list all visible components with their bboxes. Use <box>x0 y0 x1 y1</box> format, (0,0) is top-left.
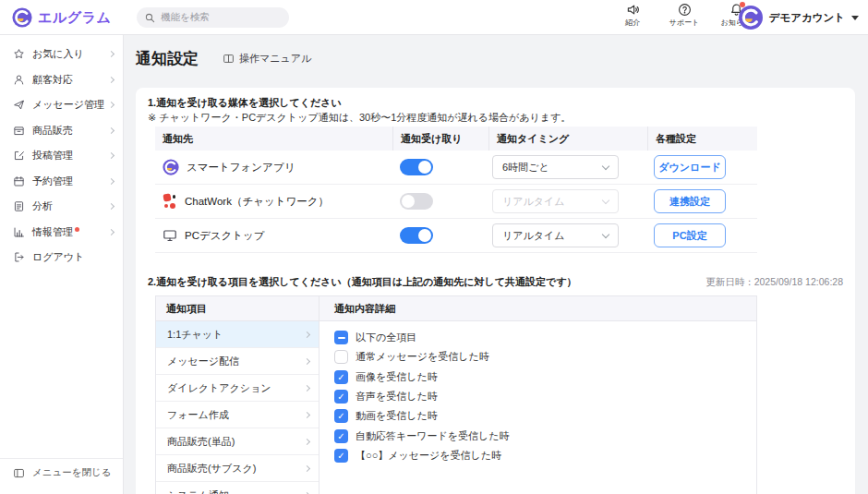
chevron-right-icon <box>108 77 115 83</box>
audio-checkbox[interactable] <box>334 390 348 404</box>
desktop-toggle[interactable] <box>400 227 433 244</box>
calendar-icon <box>13 175 25 187</box>
settings-card: 1.通知を受け取る媒体を選択してください ※ チャットワーク・PCデスクトップ通… <box>136 88 855 494</box>
sidebar-item-label: メッセージ管理 <box>32 98 109 112</box>
list-item-label: 商品販売(サブスク) <box>167 462 305 476</box>
brand-logo[interactable]: エルグラム <box>12 0 111 35</box>
list-item-system-notification[interactable]: システム通知 <box>156 482 319 494</box>
chatwork-icon <box>163 194 177 209</box>
sidebar-item-logout[interactable]: ログアウト <box>0 245 123 271</box>
chevron-down-icon <box>602 162 609 169</box>
chevron-right-icon <box>108 178 115 185</box>
search-input[interactable]: 機能を検索 <box>137 7 289 28</box>
edit-icon <box>13 150 25 162</box>
list-item-form-creation[interactable]: フォーム作成 <box>156 402 319 428</box>
destination-table-header: 通知先 通知受け取り 通知タイミング 各種設定 <box>155 127 757 151</box>
chevron-right-icon <box>108 51 115 57</box>
megaphone-icon <box>626 3 640 17</box>
sidebar-item-label: ログアウト <box>32 250 114 264</box>
checkbox-row-audio: 音声を受信した時 <box>334 387 756 406</box>
search-placeholder: 機能を検索 <box>161 11 210 24</box>
checkbox-row-video: 動画を受信した時 <box>334 406 756 426</box>
sidebar-item-label: お気に入り <box>32 47 109 61</box>
shop-icon <box>13 125 25 137</box>
desktop-timing-select[interactable]: リアルタイム <box>492 223 619 247</box>
video-checkbox[interactable] <box>334 409 348 423</box>
destination-label: PCデスクトップ <box>185 229 265 243</box>
sidebar-item-posts[interactable]: 投稿管理 <box>0 143 123 169</box>
all-items-checkbox[interactable] <box>334 331 348 344</box>
section2-heading: 2.通知を受け取る項目を選択してください（通知項目は上記の通知先に対して共通設定… <box>148 275 577 289</box>
desktop-icon <box>163 228 177 243</box>
sidebar-item-reservations[interactable]: 予約管理 <box>0 169 123 195</box>
list-item-sales-single[interactable]: 商品販売(単品) <box>156 428 319 455</box>
checkbox-row-template-message: 【○○】メッセージを受信した時 <box>334 446 756 465</box>
list-item-label: システム通知 <box>167 488 305 494</box>
elgram-logo-icon <box>12 7 32 28</box>
smartphone-toggle[interactable] <box>400 159 433 175</box>
support-button[interactable]: サポート <box>665 3 704 28</box>
document-icon <box>13 200 25 212</box>
manual-link-label: 操作マニュアル <box>239 52 311 66</box>
sidebar-item-label: 顧客対応 <box>32 73 109 87</box>
chevron-right-icon <box>304 331 310 337</box>
pc-settings-button[interactable]: PC設定 <box>654 223 726 247</box>
section1-heading: 1.通知を受け取る媒体を選択してください <box>148 96 342 110</box>
account-menu[interactable]: デモアカウント <box>739 6 859 30</box>
support-label: サポート <box>669 18 700 28</box>
chevron-right-icon <box>304 384 310 391</box>
col-timing: 通知タイミング <box>488 127 647 151</box>
chevron-right-icon <box>304 464 310 471</box>
smartphone-timing-select[interactable]: 6時間ごと <box>492 155 619 179</box>
notification-items-table: 通知項目 通知内容詳細 1:1チャット メッセージ配信 ダイレクトアクション <box>155 295 757 494</box>
chevron-right-icon <box>108 152 115 159</box>
checkbox-label: 通常メッセージを受信した時 <box>356 350 489 364</box>
notification-detail-panel: 以下の全項目 通常メッセージを受信した時 画像を受信した時 音声を受信した時 <box>319 321 756 494</box>
close-menu-button[interactable]: メニューを閉じる <box>0 458 123 481</box>
list-item-sales-subscription[interactable]: 商品販売(サブスク) <box>156 455 319 482</box>
image-checkbox[interactable] <box>334 370 348 384</box>
checkbox-row-all-items: 以下の全項目 <box>334 328 756 347</box>
table-row-chatwork: ChatWork（チャットワーク） リアルタイム 連携設定 <box>155 185 757 219</box>
col-receive: 通知受け取り <box>392 127 488 151</box>
intro-button[interactable]: 紹介 <box>613 3 652 28</box>
sidebar-item-info[interactable]: 情報管理 <box>0 220 123 246</box>
table-row-smartphone: スマートフォンアプリ 6時間ごと ダウンロード <box>155 151 757 185</box>
list-item-label: 1:1チャット <box>167 328 305 342</box>
checkbox-label: 自動応答キーワードを受信した時 <box>356 429 510 443</box>
star-icon <box>13 48 25 60</box>
list-item-label: フォーム作成 <box>167 408 305 422</box>
auto-reply-checkbox[interactable] <box>334 429 348 443</box>
sidebar-item-customers[interactable]: 顧客対応 <box>0 67 123 93</box>
col-settings: 各種設定 <box>647 127 757 151</box>
chatwork-toggle[interactable] <box>400 193 433 210</box>
destination-table: 通知先 通知受け取り 通知タイミング 各種設定 スマートフォンアプリ 6時間ごと <box>155 127 757 253</box>
download-button[interactable]: ダウンロード <box>654 155 726 179</box>
sidebar-item-messages[interactable]: メッセージ管理 <box>0 92 123 118</box>
link-settings-button[interactable]: 連携設定 <box>654 189 726 213</box>
collapse-menu-icon <box>13 467 25 479</box>
sidebar-item-analytics[interactable]: 分析 <box>0 194 123 220</box>
sidebar-item-sales[interactable]: 商品販売 <box>0 118 123 144</box>
list-item-message-delivery[interactable]: メッセージ配信 <box>156 348 319 375</box>
chevron-right-icon <box>304 411 310 417</box>
sidebar-item-label: 分析 <box>32 199 109 213</box>
sidebar-item-label: 商品販売 <box>32 124 109 138</box>
page-header: 通知設定 操作マニュアル <box>124 35 868 69</box>
checkbox-label: 動画を受信した時 <box>356 409 438 423</box>
list-item-label: ダイレクトアクション <box>167 381 305 395</box>
template-message-checkbox[interactable] <box>334 449 348 463</box>
destination-label: ChatWork（チャットワーク） <box>185 195 329 209</box>
book-icon <box>223 53 235 65</box>
manual-link[interactable]: 操作マニュアル <box>223 52 311 66</box>
sidebar-nav: お気に入り 顧客対応 メッセージ管理 商品販売 投稿管理 予約管理 <box>0 35 123 271</box>
send-icon <box>13 99 25 111</box>
list-item-1to1chat[interactable]: 1:1チャット <box>156 321 319 348</box>
section2-header-row: 2.通知を受け取る項目を選択してください（通知項目は上記の通知先に対して共通設定… <box>148 275 843 289</box>
normal-message-checkbox[interactable] <box>334 350 348 364</box>
notification-item-list: 1:1チャット メッセージ配信 ダイレクトアクション フォーム作成 <box>156 321 319 494</box>
list-item-direct-action[interactable]: ダイレクトアクション <box>156 375 319 402</box>
sidebar-item-favorites[interactable]: お気に入り <box>0 42 123 67</box>
list-item-label: 商品販売(単品) <box>167 435 305 449</box>
checkbox-label: 音声を受信した時 <box>356 390 438 404</box>
